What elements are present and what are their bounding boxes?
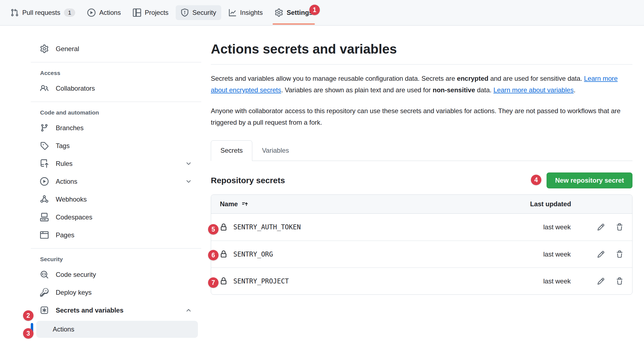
nav-pull-requests[interactable]: Pull requests 1 (5, 5, 80, 20)
sidebar-section-access: Access (31, 67, 201, 79)
learn-more-variables-link[interactable]: Learn more about variables (493, 86, 573, 94)
repository-secrets-table: Name Last updated SENTRY_AUTH_TOKEN last… (211, 194, 632, 295)
rules-icon (40, 159, 49, 168)
trash-icon (616, 277, 623, 285)
nav-pull-requests-label: Pull requests (22, 9, 60, 16)
row-actions: last week (530, 250, 623, 258)
collaborator-note-paragraph: Anyone with collaborator access to this … (211, 105, 632, 128)
play-circle-icon (87, 9, 96, 17)
gear-icon (40, 44, 49, 53)
edit-secret-button[interactable] (597, 223, 605, 231)
sidebar-item-codespaces-label: Codespaces (56, 213, 92, 221)
sidebar-subitem-actions-label: Actions (53, 325, 74, 333)
sidebar-item-rules-label: Rules (56, 160, 72, 168)
sidebar-item-pages[interactable]: Pages (31, 226, 201, 244)
settings-sidebar: General Access Collaborators Code and au… (31, 26, 201, 338)
divider (31, 248, 201, 249)
column-header-name[interactable]: Name (220, 200, 248, 208)
repo-tab-nav: Pull requests 1 Actions Projects Securit… (0, 0, 644, 26)
nav-projects[interactable]: Projects (128, 5, 173, 20)
som-mark-6: 6 (208, 250, 219, 260)
sidebar-item-code-security[interactable]: Code security (31, 266, 201, 283)
nav-actions-label: Actions (99, 9, 121, 16)
som-mark-1: 1 (309, 5, 320, 15)
tab-variables[interactable]: Variables (252, 140, 298, 161)
secrets-variables-tabnav: Secrets Variables (211, 140, 632, 161)
delete-secret-button[interactable] (616, 277, 623, 285)
sidebar-item-general-label: General (56, 45, 79, 53)
sidebar-item-secrets-and-variables[interactable]: Secrets and variables (31, 301, 201, 319)
secret-name-cell: SENTRY_ORG (220, 250, 273, 258)
people-icon (40, 84, 49, 93)
intro-bold-non-sensitive: non-sensitive (433, 86, 475, 94)
sidebar-item-collaborators[interactable]: Collaborators (31, 79, 201, 97)
pencil-icon (597, 223, 605, 231)
browser-icon (40, 231, 49, 239)
sidebar-item-webhooks[interactable]: Webhooks (31, 190, 201, 208)
secret-name: SENTRY_PROJECT (233, 277, 289, 285)
sidebar-item-actions[interactable]: Actions (31, 172, 201, 190)
column-header-name-label: Name (220, 200, 238, 208)
divider (211, 64, 632, 65)
sidebar-item-deploy-keys[interactable]: Deploy keys (31, 283, 201, 301)
sidebar-section-security: Security (31, 253, 201, 266)
sidebar-item-pages-label: Pages (56, 231, 74, 239)
secret-name-cell: SENTRY_PROJECT (220, 277, 289, 285)
repository-secrets-header-row: Repository secrets New repository secret (211, 172, 632, 188)
new-repository-secret-button[interactable]: New repository secret (547, 172, 632, 188)
sidebar-item-rules[interactable]: Rules (31, 155, 201, 172)
sidebar-item-tags[interactable]: Tags (31, 137, 201, 155)
som-mark-7: 7 (208, 277, 219, 288)
nav-insights-label: Insights (240, 9, 263, 16)
sidebar-item-deploy-keys-label: Deploy keys (56, 289, 92, 296)
som-mark-4: 4 (531, 175, 541, 185)
sidebar-item-general[interactable]: General (31, 40, 201, 58)
lock-icon (220, 250, 227, 258)
tag-icon (40, 141, 49, 150)
chevron-down-icon[interactable] (185, 160, 192, 167)
nav-projects-label: Projects (145, 9, 169, 16)
intro-text: and are used for sensitive data. (488, 75, 584, 82)
page-title: Actions secrets and variables (211, 41, 632, 57)
pull-request-icon (10, 9, 19, 17)
git-branch-icon (40, 124, 49, 132)
trash-icon (616, 223, 623, 231)
graph-icon (228, 9, 237, 17)
nav-settings-label: Settings (287, 9, 313, 16)
som-mark-2: 2 (23, 310, 33, 321)
table-row: SENTRY_AUTH_TOKEN last week (211, 214, 632, 241)
sidebar-item-codespaces[interactable]: Codespaces (31, 208, 201, 226)
codespaces-icon (40, 213, 49, 221)
secret-name: SENTRY_ORG (233, 250, 273, 258)
shield-icon (181, 9, 189, 17)
sidebar-item-secrets-and-variables-label: Secrets and variables (56, 307, 124, 314)
intro-text: . Variables are shown as plain text and … (281, 86, 433, 94)
row-actions: last week (530, 223, 623, 231)
nav-security[interactable]: Security (176, 5, 221, 20)
lock-icon (220, 224, 227, 231)
asterisk-box-icon (40, 306, 49, 314)
nav-actions[interactable]: Actions (82, 5, 126, 20)
edit-secret-button[interactable] (597, 277, 605, 285)
divider (31, 102, 201, 102)
delete-secret-button[interactable] (616, 223, 623, 231)
sidebar-subitem-actions-selected[interactable]: Actions (36, 321, 198, 338)
settings-main-panel: Actions secrets and variables Secrets an… (201, 26, 644, 295)
nav-insights[interactable]: Insights (223, 5, 268, 20)
lock-icon (220, 277, 227, 285)
sidebar-section-code-automation: Code and automation (31, 106, 201, 119)
tab-secrets[interactable]: Secrets (211, 140, 252, 161)
trash-icon (616, 250, 623, 258)
intro-paragraph: Secrets and variables allow you to manag… (211, 73, 632, 96)
edit-secret-button[interactable] (597, 250, 605, 258)
sidebar-item-actions-label: Actions (56, 178, 77, 185)
page-content: General Access Collaborators Code and au… (0, 26, 644, 338)
chevron-up-icon[interactable] (185, 307, 192, 314)
intro-bold-encrypted: encrypted (457, 75, 489, 82)
sidebar-item-branches[interactable]: Branches (31, 119, 201, 137)
last-updated-value: last week (530, 250, 571, 258)
som-mark-3: 3 (23, 328, 33, 339)
delete-secret-button[interactable] (616, 250, 623, 258)
chevron-down-icon[interactable] (185, 178, 192, 185)
last-updated-value: last week (530, 223, 571, 231)
